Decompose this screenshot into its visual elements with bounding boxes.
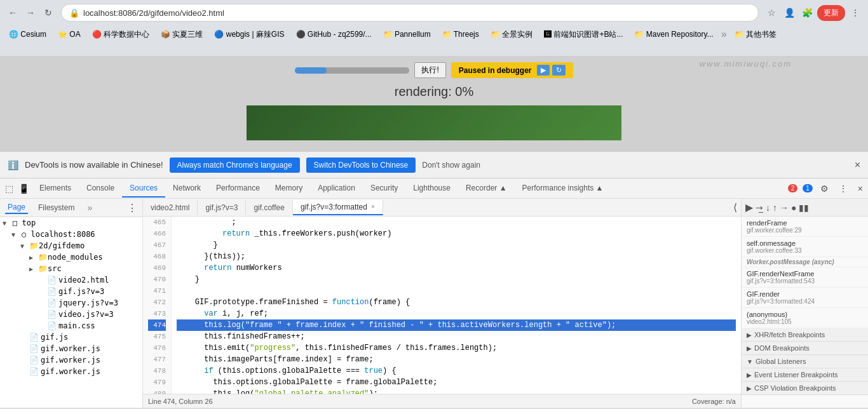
match-language-button[interactable]: Always match Chrome's language [170,158,300,173]
tab-network[interactable]: Network [165,180,208,198]
reload-button[interactable]: ↻ [41,5,56,20]
step-over-btn[interactable]: →̲ [756,203,763,213]
tree-label-videojs: video.js?v=3 [58,310,114,319]
file-tab-filesystem[interactable]: Filesystem [36,202,77,213]
dismiss-button[interactable]: Don't show again [422,161,480,170]
deactivate-breakpoints-btn[interactable]: ● [791,203,796,213]
tree-item-top[interactable]: ▼ □ top [0,217,142,229]
code-line-478: if (this.options.globalPalette === true)… [177,365,736,377]
tab-elements[interactable]: Elements [32,180,79,198]
pause-on-exceptions-btn[interactable]: ▮▮ [799,203,809,213]
resume-execution-button[interactable]: ▶ [745,201,753,213]
close-devtools-button[interactable]: × [855,181,865,196]
update-button[interactable]: 更新 [817,5,845,21]
profile-button[interactable]: 👤 [782,5,797,20]
bookmark-others[interactable]: 📁 其他书签 [731,28,780,41]
code-tab-video2html[interactable]: video2.html [143,201,198,215]
bookmark-oa[interactable]: ⭐ OA [54,29,85,40]
csp-section[interactable]: ▶ CSP Violation Breakpoints [742,382,868,395]
tab-performance[interactable]: Performance [208,180,268,198]
more-options-button[interactable]: ⋮ [836,181,850,196]
call-stack-fn-onmessage: self.onmessage [747,239,863,247]
tab-sources[interactable]: Sources [122,180,165,198]
tree-arrow-src: ▶ [29,265,38,272]
tree-item-video2html[interactable]: ▶ 📄 video2.html [0,274,142,286]
dom-breakpoints-section[interactable]: ▶ DOM Breakpoints [742,342,868,355]
tree-item-gifworker1[interactable]: ▶ 📄 gif.worker.js [0,343,142,354]
step-into-btn[interactable]: ↓ [766,203,770,213]
bookmark-cesium[interactable]: 🌐 Cesium [5,29,50,40]
tab-performance-insights[interactable]: Performance insights ▲ [515,180,611,198]
bookmark-panorama[interactable]: 📁 全景实例 [487,28,536,41]
bookmark-github[interactable]: ⚫ GitHub - zq2599/... [292,29,376,40]
menu-button[interactable]: ⋮ [848,5,863,20]
xhr-breakpoints-section[interactable]: ▶ XHR/fetch Breakpoints [742,328,868,342]
tree-item-gifjs2[interactable]: ▶ 📄 gif.js [0,332,142,343]
tree-item-src[interactable]: ▶ 📁 src [0,263,142,274]
file-panel-menu[interactable]: ⋮ [127,202,137,214]
bookmark-3d[interactable]: 📦 实夏三维 [157,28,207,41]
call-stack-render[interactable]: GIF.render gif.js?v=3:formatted:424 [742,288,868,308]
tree-label-top: □ top [13,218,36,227]
code-line-472: GIF.prototype.frameFinished = function(f… [177,297,736,308]
bookmark-star-button[interactable]: ☆ [764,5,779,20]
tree-label-localhost: ○ localhost:8086 [22,230,95,239]
back-button[interactable]: ← [5,5,20,20]
tree-item-jqueryjs[interactable]: ▶ 📄 jquery.js?v=3 [0,297,142,309]
tree-item-maincss[interactable]: ▶ 📄 main.css [0,320,142,332]
resume-button[interactable]: ▶ [537,65,550,76]
forward-button[interactable]: → [23,5,38,20]
tab-memory[interactable]: Memory [268,180,310,198]
switch-language-button[interactable]: Switch DevTools to Chinese [306,158,416,173]
extensions-button[interactable]: 🧩 [799,5,815,20]
collapse-code-button[interactable]: ⟨ [729,200,741,215]
bookmark-frontend[interactable]: 🅶 前端知识图谱+B站... [540,28,627,41]
more-tabs-indicator[interactable]: » [87,203,92,213]
progress-area: 执行! Paused in debugger ▶ ↻ [295,62,573,78]
inspect-element-button[interactable]: ⬚ [3,181,16,196]
tab-recorder[interactable]: Recorder ▲ [458,180,515,198]
tree-item-gifworker2[interactable]: ▶ 📄 gif.worker.js [0,354,142,366]
bookmark-pannellum[interactable]: 📁 Pannellum [379,29,435,40]
tab-security[interactable]: Security [363,180,405,198]
code-tab-gifformatted[interactable]: gif.js?v=3:formatted × [293,200,383,215]
execute-button[interactable]: 执行! [414,62,445,78]
global-listeners-section[interactable]: ▼ Global Listeners [742,355,868,368]
code-editor[interactable]: 465 466 467 468 469 470 471 472 473 474 … [143,217,741,394]
step-over-button[interactable]: ↻ [552,65,566,76]
address-bar[interactable]: 🔒 localhost:8086/2d/gifdemo/video2.html [61,4,759,22]
tree-item-gifjs[interactable]: ▶ 📄 gif.js?v=3 [0,286,142,297]
close-tab-icon[interactable]: × [371,203,375,210]
event-listener-section[interactable]: ▶ Event Listener Breakpoints [742,368,868,382]
nav-buttons: ← → ↻ [5,5,56,20]
call-stack-rendernext[interactable]: GIF.renderNextFrame gif.js?v=3:formatted… [742,267,868,288]
csp-arrow: ▶ [747,385,752,392]
code-tab-gifjs3[interactable]: gif.js?v=3 [198,201,246,215]
device-toolbar-button[interactable]: 📱 [16,181,32,196]
tab-application[interactable]: Application [310,180,363,198]
bookmark-maven[interactable]: 📁 Maven Repository... [630,29,717,40]
tree-item-videojs[interactable]: ▶ 📄 video.js?v=3 [0,309,142,320]
bookmark-webgis[interactable]: 🔵 webgis | 麻辣GIS [210,28,288,41]
step-btn[interactable]: → [780,203,789,213]
file-tab-page[interactable]: Page [5,201,28,214]
folder-icon-gifdemo: 📁 [29,241,39,250]
close-notification-button[interactable]: × [855,159,860,171]
step-out-btn[interactable]: ↑ [773,203,777,213]
tree-item-node-modules[interactable]: ▶ 📁 node_modules [0,251,142,263]
tree-item-localhost[interactable]: ▼ ○ localhost:8086 [0,229,142,240]
tree-item-gifdemo[interactable]: ▼ 📁 2d/gifdemo [0,240,142,251]
bookmark-threejs[interactable]: 📁 Threejs [438,29,483,40]
line-num-470: 470 [148,274,166,285]
call-stack-onmessage[interactable]: self.onmessage gif.worker.coffee:33 [742,237,868,257]
bookmark-science[interactable]: 🔴 科学数据中心 [88,28,153,41]
settings-button[interactable]: ⚙ [818,181,831,196]
tree-item-gifworker3[interactable]: ▶ 📄 gif.worker.js [0,366,142,377]
code-tab-gifcoffee[interactable]: gif.coffee [246,201,292,215]
tab-console[interactable]: Console [79,180,122,198]
call-stack-renderframe[interactable]: renderFrame gif.worker.coffee:29 [742,217,868,237]
bookmarks-more[interactable]: » [721,29,727,40]
url-text: localhost:8086/2d/gifdemo/video2.html [83,8,224,18]
tab-lighthouse[interactable]: Lighthouse [405,180,458,198]
call-stack-anonymous[interactable]: (anonymous) video2.html:105 [742,308,868,328]
